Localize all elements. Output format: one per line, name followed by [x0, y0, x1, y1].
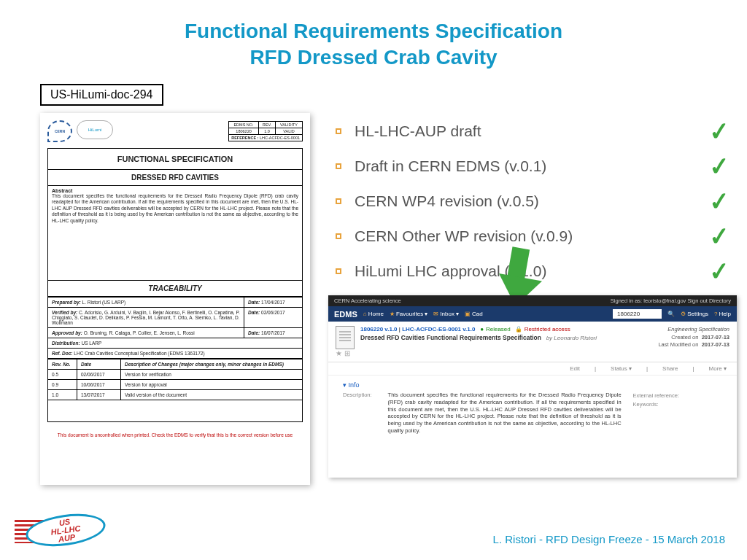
check-icon: ✓ — [708, 186, 730, 217]
slide-title: Functional Requirements Specification RF… — [0, 18, 747, 71]
action-status[interactable]: Status ▾ — [611, 365, 632, 372]
action-edit[interactable]: Edit — [570, 365, 580, 372]
check-icon: ✓ — [708, 116, 730, 147]
keywords-label: Keywords: — [633, 400, 679, 409]
edms-nav-bar: EDMS ⌂Home ★Favourites ▾ ✉Inbox ▾ ▣Cad 1… — [328, 306, 737, 322]
help-icon: ? — [714, 311, 717, 317]
spec-document-thumbnail: CERN HiLumi EDMS NO.REV.VALIDITY 1806220… — [40, 113, 310, 485]
traceability-table: Prepared by: L. Ristori (US LARP)Date: 1… — [47, 297, 303, 359]
external-ref-label: External reference: — [633, 392, 679, 400]
doc-type: Engineering Specification — [658, 326, 729, 334]
doc-id[interactable]: 1806220 v.1.0 — [360, 326, 398, 332]
bullet-icon — [336, 233, 341, 239]
list-item: HL-LHC-AUP draft✓ — [336, 117, 729, 146]
spec-footer-note: This document is uncontrolled when print… — [47, 432, 303, 438]
spec-heading-1: FUNCTIONAL SPECIFICATION — [48, 149, 303, 170]
description-text: This document specifies the functional r… — [388, 392, 622, 435]
nav-help[interactable]: ?Help — [714, 311, 731, 317]
doc-author: by Leonardo Ristori — [546, 335, 597, 341]
nav-cad[interactable]: ▣Cad — [465, 311, 483, 317]
title-line-1: Functional Requirements Specification — [185, 20, 562, 42]
list-item: CERN Other WP revision (v.0.9)✓ — [336, 222, 729, 251]
gear-icon: ⚙ — [681, 311, 686, 317]
action-more[interactable]: More ▾ — [709, 365, 727, 372]
action-share[interactable]: Share — [662, 365, 678, 372]
bullet-icon — [336, 163, 341, 169]
bullet-icon — [336, 198, 341, 204]
edms-brand: EDMS — [334, 310, 357, 319]
nav-home[interactable]: ⌂Home — [363, 311, 384, 317]
search-input[interactable]: 1806220 — [613, 309, 662, 319]
nav-favourites[interactable]: ★Favourites ▾ — [390, 311, 427, 317]
search-icon[interactable]: 🔍 — [667, 311, 675, 317]
home-icon: ⌂ — [363, 311, 367, 317]
star-icon: ★ — [390, 311, 395, 317]
info-heading[interactable]: Info — [343, 381, 722, 389]
edms-info-section: Info Description: This document specifie… — [328, 376, 737, 440]
list-item: CERN WP4 revision (v.0.5)✓ — [336, 187, 729, 216]
nav-inbox[interactable]: ✉Inbox ▾ — [433, 311, 459, 317]
nav-settings[interactable]: ⚙Settings — [681, 311, 708, 317]
edms-document-row: ★ ⊞ 1806220 v.1.0 | LHC-ACFDC-ES-0001 v.… — [328, 322, 737, 362]
cern-logo-icon: CERN — [47, 120, 72, 142]
traceability-heading: TRACEABILITY — [48, 281, 303, 297]
revision-table: Rev. No.DateDescription of Changes (majo… — [47, 359, 303, 422]
cad-icon: ▣ — [465, 311, 471, 317]
abstract-text: This document specifies the functional r… — [52, 193, 298, 224]
check-icon: ✓ — [708, 221, 730, 252]
edms-screenshot: CERN Accelerating science Signed in as: … — [328, 295, 737, 478]
document-icon — [336, 326, 355, 349]
doc-reference-box: US-HiLumi-doc-294 — [40, 84, 163, 106]
abstract-label: Abstract — [52, 188, 298, 193]
status-released: Released — [480, 326, 511, 332]
cern-header-left: CERN Accelerating science — [334, 298, 401, 304]
us-hl-lhc-aup-logo: US HL-LHC AUP — [15, 511, 109, 551]
doc-code[interactable]: LHC-ACFDC-ES-0001 v.1.0 — [402, 326, 475, 332]
restricted-label: 🔒 Restricted access — [515, 326, 570, 332]
spec-heading-2: DRESSED RFD CAVITIES — [48, 170, 303, 186]
bullet-icon — [336, 128, 341, 134]
edms-action-bar: Edit| Status ▾| Share| More ▾ — [328, 362, 737, 376]
list-item: Draft in CERN EDMS (v.0.1)✓ — [336, 152, 729, 181]
hilumi-logo-icon: HiLumi — [77, 120, 113, 139]
doc-title: Dressed RFD Cavities Functional Requirem… — [360, 334, 541, 341]
check-icon: ✓ — [708, 256, 730, 287]
cern-header-right: Signed in as: leoristo@fnal.gov Sign out… — [611, 298, 731, 304]
inbox-icon: ✉ — [433, 311, 438, 317]
spec-id-table: EDMS NO.REV.VALIDITY 18062201.0VALID REF… — [228, 121, 303, 141]
title-line-2: RFD Dressed Crab Cavity — [249, 46, 497, 69]
footer-text: L. Ristori - RFD Design Freeze - 15 Marc… — [493, 533, 725, 545]
bullet-icon — [336, 268, 341, 274]
description-label: Description: — [343, 392, 372, 398]
check-icon: ✓ — [708, 151, 730, 182]
